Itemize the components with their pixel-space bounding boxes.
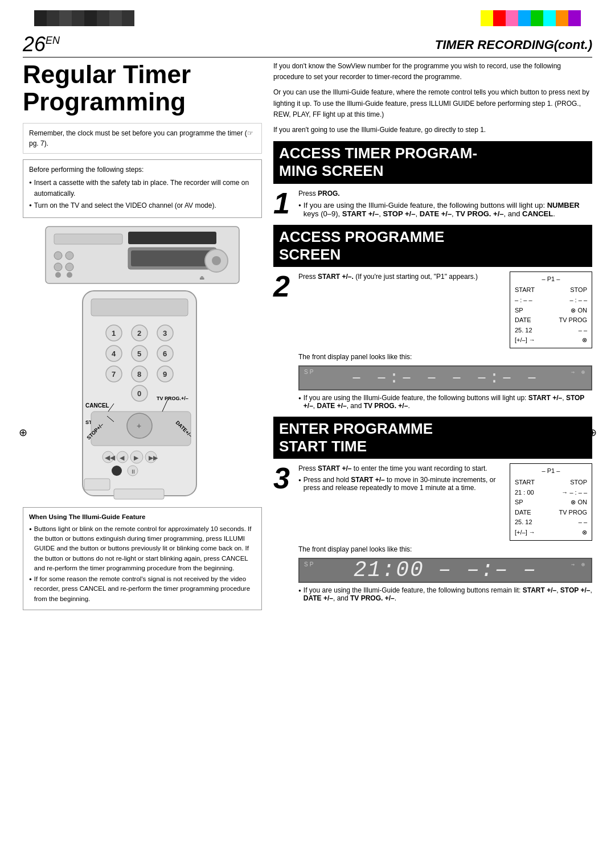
step-2-text-block: Press START +/–. (If you're just startin… <box>298 271 504 284</box>
prog-table-2-title: – P1 – <box>515 274 587 285</box>
svg-point-12 <box>212 256 221 265</box>
step-1-text: Press PROG. <box>298 188 592 199</box>
right-column: If you don't know the SowView number for… <box>273 61 592 610</box>
prog-table-3: – P1 – STARTSTOP 21 : 00→ – : – – SP⊗ ON… <box>510 463 592 540</box>
step-2-display-label: The front display panel looks like this: <box>298 352 592 362</box>
step-2-panel-row: Press START +/–. (If you're just startin… <box>298 271 592 348</box>
step-3-content: Press START +/– to enter the time you wa… <box>298 463 592 603</box>
step-1-number: 1 <box>273 188 294 219</box>
prog-table-3-title: – P1 – <box>515 466 587 476</box>
when-using-bullet-1: Buttons light or blink on the remote con… <box>29 524 256 573</box>
sp-label-2: SP <box>304 369 315 375</box>
step-1-row: 1 Press PROG. If you are using the Illum… <box>273 188 592 219</box>
svg-text:9: 9 <box>163 370 167 379</box>
display-digits-2: – –:– – – –:– – <box>351 368 539 388</box>
svg-text:▶▶: ▶▶ <box>149 454 158 461</box>
when-using-title: When Using The Illumi-Guide Feature <box>29 512 256 522</box>
svg-point-51 <box>112 466 122 476</box>
step-3-bullet-1: Press and hold START +/– to move in 30-m… <box>298 476 504 492</box>
svg-point-8 <box>67 272 72 278</box>
svg-point-5 <box>54 263 62 271</box>
svg-text:0: 0 <box>137 389 141 398</box>
section1-heading: ACCESS TIMER PROGRAM-MING SCREEN <box>273 141 592 183</box>
steps-bullet-2: Turn on the TV and select the VIDEO chan… <box>29 200 256 211</box>
svg-point-3 <box>54 252 62 260</box>
svg-text:◀: ◀ <box>120 454 125 461</box>
step-3-illumi-bullet: If you are using the Illumi-Guide featur… <box>298 586 592 602</box>
svg-text:1: 1 <box>112 329 116 338</box>
svg-text:5: 5 <box>137 349 141 358</box>
step-3-panel: – P1 – STARTSTOP 21 : 00→ – : – – SP⊗ ON… <box>510 463 592 540</box>
when-using-bullet-2: If for some reason the remote control's … <box>29 574 256 604</box>
svg-rect-57 <box>84 479 110 490</box>
header-title: TIMER RECORDING(cont.) <box>435 34 592 52</box>
step-2-illumi-bullet: If you are using the Illumi-Guide featur… <box>298 394 592 410</box>
svg-rect-59 <box>114 489 164 499</box>
svg-text:2: 2 <box>137 329 141 338</box>
svg-rect-10 <box>131 250 214 266</box>
left-column: Regular TimerProgramming Remember, the c… <box>23 61 262 610</box>
svg-text:⏏: ⏏ <box>199 274 204 281</box>
step-2-row: 2 Press START +/–. (If you're just start… <box>273 271 592 411</box>
reg-mark-left: ⊕ <box>17 427 28 438</box>
step-3-panel-row: Press START +/– to enter the time you wa… <box>298 463 592 540</box>
page-number: 26EN <box>23 34 60 55</box>
svg-rect-2 <box>128 232 216 244</box>
color-bars-right <box>481 10 581 26</box>
display-digits-3: 21:00 – –:– – <box>354 558 537 582</box>
svg-text:4: 4 <box>112 349 116 358</box>
remote-image-area: ⏏ 1 2 3 <box>23 224 262 503</box>
display-panel-3: SP ⇒ ⊗ 21:00 – –:– – <box>298 558 592 583</box>
step-3-display-label: The front display panel looks like this: <box>298 544 592 554</box>
svg-point-7 <box>55 272 61 278</box>
display-panel-2: SP ⇒ ⊗ – –:– – – –:– – <box>298 365 592 390</box>
remote-drawing: ⏏ 1 2 3 <box>34 224 251 503</box>
svg-text:3: 3 <box>163 329 167 338</box>
right-intro-1: If you don't know the SowView number for… <box>273 61 592 83</box>
section2-heading: ACCESS PROGRAMMESCREEN <box>273 225 592 267</box>
svg-rect-1 <box>54 234 122 244</box>
step-2-number: 2 <box>273 271 294 411</box>
page-header: 26EN TIMER RECORDING(cont.) <box>23 34 592 57</box>
sp-label-3: SP <box>304 561 315 567</box>
svg-text:⏸: ⏸ <box>130 468 136 475</box>
main-title: Regular TimerProgramming <box>23 61 262 116</box>
right-intro-2: Or you can use the Illumi-Guide feature,… <box>273 87 592 120</box>
steps-title: Before performing the following steps: <box>29 164 256 175</box>
svg-text:▶: ▶ <box>134 454 139 461</box>
svg-point-4 <box>65 252 73 260</box>
svg-text:6: 6 <box>163 349 167 358</box>
when-using-box: When Using The Illumi-Guide Feature Butt… <box>23 507 262 610</box>
step-2-content: Press START +/–. (If you're just startin… <box>298 271 592 411</box>
step-2-text: Press START +/–. (If you're just startin… <box>298 271 504 282</box>
steps-bullet-1: Insert a cassette with the safety tab in… <box>29 178 256 199</box>
svg-text:CANCEL: CANCEL <box>85 402 109 409</box>
svg-point-6 <box>65 263 73 271</box>
step-3-text: Press START +/– to enter the time you wa… <box>298 463 504 474</box>
prog-table-2: – P1 – STARTSTOP – : – –– : – – SP⊗ ON D… <box>510 271 592 348</box>
step-3-number: 3 <box>273 463 294 603</box>
reg-mark-right: ⊕ <box>587 427 598 438</box>
step-3-row: 3 Press START +/– to enter the time you … <box>273 463 592 603</box>
icons-right-2: ⇒ ⊗ <box>571 369 587 376</box>
step-3-text-block: Press START +/– to enter the time you wa… <box>298 463 504 493</box>
svg-text:7: 7 <box>112 370 116 379</box>
icons-right-3: ⇒ ⊗ <box>571 561 587 568</box>
steps-box: Before performing the following steps: I… <box>23 159 262 218</box>
svg-rect-15 <box>91 299 188 316</box>
step-1-bullet: If you are using the Illumi-Guide featur… <box>298 201 592 218</box>
right-intro-3: If you aren't going to use the Illumi-Gu… <box>273 125 592 135</box>
section3-heading: ENTER PROGRAMMESTART TIME <box>273 417 592 459</box>
color-bars-left <box>34 10 134 26</box>
step-1-content: Press PROG. If you are using the Illumi-… <box>298 188 592 219</box>
step-2-panel: – P1 – STARTSTOP – : – –– : – – SP⊗ ON D… <box>510 271 592 348</box>
svg-text:+: + <box>137 421 141 430</box>
intro-box: Remember, the clock must be set before y… <box>23 123 262 154</box>
svg-text:◀◀: ◀◀ <box>105 454 116 462</box>
svg-text:8: 8 <box>137 370 141 379</box>
svg-text:TV PROG.+/–: TV PROG.+/– <box>157 396 188 401</box>
